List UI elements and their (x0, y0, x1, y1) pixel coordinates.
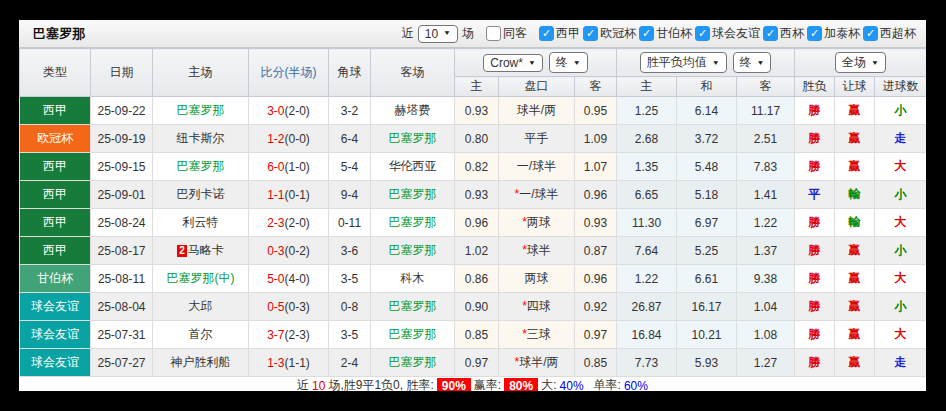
odds-stage-select[interactable]: 终 ▼ (549, 52, 588, 73)
avg-source-select[interactable]: 胜平负均值 ▼ (640, 52, 727, 73)
league-filter-label: 甘伯杯 (656, 25, 692, 42)
result-wdl-cell: 勝 (795, 293, 835, 321)
league-cell: 球会友谊 (20, 293, 91, 321)
league-filter[interactable]: ✓ 甘伯杯 (639, 25, 692, 42)
avg-draw-cell: 10.21 (677, 321, 737, 349)
avg-home-cell: 11.30 (617, 209, 677, 237)
result-goals: 走 (895, 355, 907, 369)
avg-away-cell: 11.17 (737, 97, 795, 125)
result-handicap-cell: 贏 (835, 293, 875, 321)
recent-count-value: 10 (425, 27, 438, 41)
match-row: 西甲 25-09-01 巴列卡诺 1-1(0-1) 9-4 巴塞罗那 0.93 … (20, 181, 927, 209)
result-goals-cell: 大 (875, 265, 926, 293)
recent-count-select[interactable]: 10 ▼ (418, 25, 458, 43)
result-wdl: 勝 (809, 103, 821, 117)
match-row: 球会友谊 25-07-27 神户胜利船 1-3(1-1) 2-4 巴塞罗那 0.… (20, 349, 927, 377)
full-time-score: 0-3 (267, 244, 284, 258)
summary-prefix: 近 (297, 377, 309, 391)
league-filter-checkbox[interactable]: ✓ (583, 26, 598, 41)
result-handicap: 輸 (849, 187, 861, 201)
result-wdl: 勝 (809, 131, 821, 145)
corner-cell: 3-2 (329, 97, 371, 125)
odds-away-cell: 0.85 (575, 349, 617, 377)
avg-away-cell: 1.04 (737, 293, 795, 321)
league-filter-checkbox[interactable]: ✓ (763, 26, 778, 41)
corner-cell: 3-5 (329, 321, 371, 349)
league-filter[interactable]: ✓ 加泰杯 (807, 25, 860, 42)
away-team-cell: 华伦西亚 (371, 153, 455, 181)
full-time-score: 5-0 (267, 272, 284, 286)
league-filter-label: 西超杯 (880, 25, 916, 42)
avg-draw-cell: 5.25 (677, 237, 737, 265)
handicap-value: 球半/两 (519, 355, 558, 369)
odds-home-cell: 0.85 (455, 321, 499, 349)
avg-home-cell: 16.84 (617, 321, 677, 349)
same-venue-checkbox[interactable]: ✓ (486, 26, 501, 41)
league-filter-checkbox[interactable]: ✓ (863, 26, 878, 41)
league-filter-checkbox[interactable]: ✓ (539, 26, 554, 41)
big-rate-label: 大: (541, 377, 556, 391)
half-time-score: (4-0) (285, 272, 310, 286)
odds-home-cell: 0.90 (455, 293, 499, 321)
avg-stage-select[interactable]: 终 ▼ (733, 52, 772, 73)
league-filter-checkbox[interactable]: ✓ (695, 26, 710, 41)
handicap-value: 平手 (525, 131, 549, 145)
handicap-value: 球半 (527, 243, 551, 257)
result-wdl: 勝 (809, 215, 821, 229)
league-badge: 甘伯杯 (20, 265, 90, 292)
chevron-down-icon: ▼ (573, 59, 581, 66)
avg-home-cell: 1.35 (617, 153, 677, 181)
home-team-name: 纽卡斯尔 (177, 131, 225, 145)
matches-table: 类型 日期 主场 比分(半场) 角球 客场 Crow* ▼ 终 ▼ (19, 48, 926, 377)
filter-bar: 近 10 ▼ 场 ✓ 同客 ✓ 西甲 ✓ 欧冠杯 ✓ (402, 25, 916, 43)
result-handicap: 贏 (849, 243, 861, 257)
result-goals-cell: 小 (875, 237, 926, 265)
league-filter[interactable]: ✓ 西超杯 (863, 25, 916, 42)
home-team-cell: 巴塞罗那 (153, 153, 249, 181)
away-team-name: 巴塞罗那 (389, 131, 437, 145)
handicap-cell: 平手 (499, 125, 575, 153)
single-rate-value: 60% (624, 379, 648, 392)
same-venue-filter[interactable]: ✓ 同客 (486, 25, 527, 42)
half-time-score: (2-0) (285, 104, 310, 118)
odds-source-select[interactable]: Crow* ▼ (483, 54, 543, 72)
league-badge: 西甲 (20, 181, 90, 208)
away-team-name: 巴塞罗那 (389, 299, 437, 313)
home-team-name: 巴塞罗那(中) (167, 271, 235, 285)
result-handicap-cell: 贏 (835, 237, 875, 265)
red-card-badge: 2 (177, 245, 187, 257)
league-filter[interactable]: ✓ 球会友谊 (695, 25, 760, 42)
league-filter[interactable]: ✓ 西杯 (763, 25, 804, 42)
result-wdl-cell: 勝 (795, 153, 835, 181)
league-filter[interactable]: ✓ 欧冠杯 (583, 25, 636, 42)
league-badge: 球会友谊 (20, 349, 90, 376)
away-team-cell: 巴塞罗那 (371, 237, 455, 265)
avg-home-cell: 7.64 (617, 237, 677, 265)
col-header-odds-away: 客 (575, 77, 617, 97)
scope-select[interactable]: 全场 ▼ (835, 52, 886, 73)
avg-draw-cell: 6.97 (677, 209, 737, 237)
odds-away-cell: 0.95 (575, 97, 617, 125)
home-team-cell: 巴塞罗那 (153, 97, 249, 125)
league-filter-checkbox[interactable]: ✓ (639, 26, 654, 41)
handicap-cell: *一/球半 (499, 181, 575, 209)
league-cell: 西甲 (20, 181, 91, 209)
check-icon: ✓ (864, 27, 877, 40)
odds-home-cell: 0.80 (455, 125, 499, 153)
league-filter-checkbox[interactable]: ✓ (807, 26, 822, 41)
odds-home-cell: 0.97 (455, 349, 499, 377)
league-filter-label: 欧冠杯 (600, 25, 636, 42)
avg-group-header: 胜平负均值 ▼ 终 ▼ (617, 49, 795, 77)
chevron-down-icon: ▼ (757, 59, 765, 66)
date-cell: 25-09-15 (91, 153, 153, 181)
match-row: 西甲 25-09-22 巴塞罗那 3-0(2-0) 3-2 赫塔费 0.93 球… (20, 97, 927, 125)
result-wdl-cell: 平 (795, 181, 835, 209)
date-cell: 25-09-01 (91, 181, 153, 209)
score-cell: 1-2(0-0) (249, 125, 329, 153)
league-filter-label: 西杯 (780, 25, 804, 42)
avg-draw-cell: 5.93 (677, 349, 737, 377)
check-icon: ✓ (540, 27, 553, 40)
league-filter[interactable]: ✓ 西甲 (539, 25, 580, 42)
avg-away-cell: 1.27 (737, 349, 795, 377)
scope-group-header: 全场 ▼ (795, 49, 926, 77)
